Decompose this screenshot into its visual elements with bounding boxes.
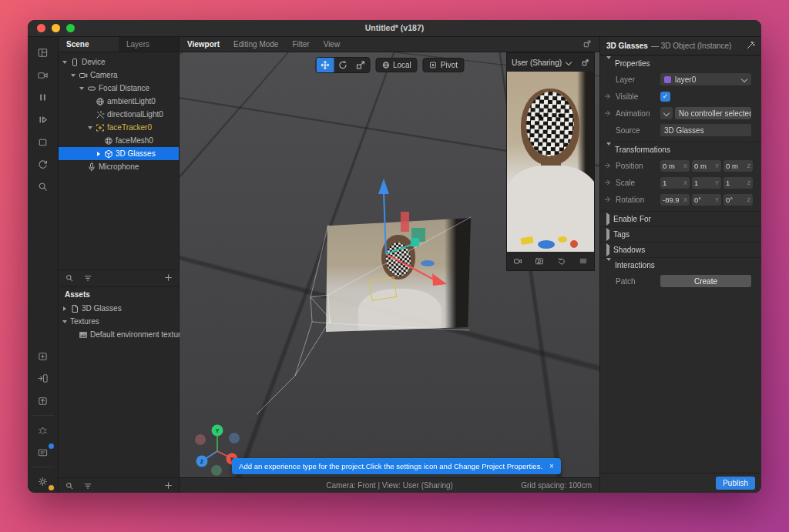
- asset-item-default-environment-texture[interactable]: Default environment texture: [59, 328, 179, 341]
- tab-editing-mode[interactable]: Editing Mode: [233, 40, 278, 49]
- animation-dropdown[interactable]: [660, 107, 673, 119]
- create-patch-button[interactable]: Create: [660, 275, 751, 287]
- video-source-icon[interactable]: [513, 256, 522, 266]
- scene-item-camera[interactable]: Camera: [59, 69, 179, 82]
- tooltip-close-button[interactable]: ×: [549, 462, 554, 470]
- caret-down-icon[interactable]: [86, 126, 94, 129]
- rotate-view-icon[interactable]: [557, 256, 566, 266]
- camera-preview-video[interactable]: [507, 72, 594, 252]
- patch-connector-icon[interactable]: [604, 162, 612, 169]
- focal-distance-icon: [86, 84, 97, 93]
- section-properties[interactable]: Properties: [600, 55, 761, 71]
- add-plus-icon[interactable]: [164, 273, 173, 282]
- filter-icon[interactable]: [83, 481, 92, 490]
- scene-item-microphone[interactable]: Microphone: [59, 160, 179, 173]
- tab-filter[interactable]: Filter: [292, 40, 309, 49]
- pivot-button[interactable]: Pivot: [423, 58, 464, 72]
- zoom-search-icon[interactable]: [29, 176, 57, 198]
- patch-connector-icon[interactable]: [604, 92, 612, 100]
- viewport-tab-bar: Viewport Editing Mode Filter View: [180, 37, 599, 52]
- rotate-tool-button[interactable]: [334, 58, 351, 72]
- debug-bug-icon[interactable]: [29, 419, 57, 441]
- add-asset-icon[interactable]: [29, 345, 57, 367]
- section-shadows[interactable]: Shadows: [600, 242, 761, 257]
- scene-item-facemesh0[interactable]: faceMesh0: [59, 134, 179, 147]
- flip-camera-icon[interactable]: [535, 256, 544, 266]
- visible-checkbox[interactable]: [660, 92, 670, 102]
- rotation-y-field[interactable]: 0°Y: [692, 194, 721, 206]
- position-z-field[interactable]: 0 mZ: [724, 160, 753, 172]
- move-tool-button[interactable]: [316, 58, 334, 72]
- preview-menu-icon[interactable]: [579, 256, 588, 266]
- chevron-down-icon[interactable]: [566, 59, 572, 65]
- tree-item-label: Textures: [70, 317, 99, 326]
- stop-icon[interactable]: [29, 131, 57, 153]
- popout-viewport-icon[interactable]: [583, 39, 592, 49]
- scene-item-focal-distance[interactable]: Focal Distance: [59, 82, 179, 95]
- rotation-x-field[interactable]: -89.9X: [660, 194, 690, 206]
- local-label: Local: [393, 61, 411, 69]
- search-icon[interactable]: [65, 481, 74, 490]
- ambient-light-icon: [94, 97, 106, 106]
- animation-value-field[interactable]: No controller selected: [675, 107, 751, 119]
- tab-scene[interactable]: Scene: [59, 37, 119, 52]
- send-to-device-icon[interactable]: [29, 367, 57, 390]
- export-icon[interactable]: [29, 390, 57, 412]
- scale-z-field[interactable]: 1Z: [724, 177, 753, 189]
- caret-right-icon[interactable]: [95, 152, 102, 156]
- scene-item-device[interactable]: Device: [59, 55, 179, 69]
- device-icon: [69, 58, 80, 67]
- caret-right-icon[interactable]: [61, 306, 69, 311]
- patch-connector-icon[interactable]: [604, 109, 612, 117]
- scene-item-directionallight0[interactable]: directionalLight0: [59, 108, 179, 121]
- video-camera-icon[interactable]: [29, 64, 57, 86]
- section-enable-for[interactable]: Enable For: [600, 211, 761, 226]
- position-label: Position: [616, 162, 660, 170]
- viewport-canvas[interactable]: Y Z X: [180, 52, 599, 477]
- caret-down-icon: [606, 261, 611, 269]
- scale-y-field[interactable]: 1Y: [692, 177, 721, 189]
- asset-item-3d-glasses[interactable]: 3D Glasses: [59, 302, 179, 315]
- camera-texture-plane[interactable]: [326, 218, 471, 332]
- section-tags[interactable]: Tags: [600, 226, 761, 242]
- source-field[interactable]: 3D Glasses: [660, 124, 751, 136]
- section-interactions[interactable]: Interactions: [600, 257, 761, 273]
- patch-connector-icon[interactable]: [604, 179, 612, 186]
- asset-item-textures[interactable]: Textures: [59, 315, 179, 328]
- section-transformations[interactable]: Transformations: [600, 142, 761, 157]
- tab-viewport[interactable]: Viewport: [187, 40, 220, 49]
- scene-item-3d-glasses[interactable]: 3D Glasses: [59, 147, 179, 160]
- local-space-button[interactable]: Local: [375, 58, 418, 72]
- scene-item-facetracker0[interactable]: faceTracker0: [59, 121, 179, 134]
- position-x-field[interactable]: 0 mX: [660, 160, 690, 172]
- tab-view[interactable]: View: [324, 40, 341, 49]
- tree-item-label: directionalLight0: [107, 110, 163, 119]
- layout-panels-icon[interactable]: [29, 42, 57, 64]
- step-forward-icon[interactable]: [29, 109, 57, 131]
- layer-dropdown[interactable]: layer0: [660, 73, 751, 85]
- patch-connector-icon[interactable]: [604, 196, 612, 203]
- magic-wand-icon[interactable]: [745, 41, 755, 51]
- publish-button[interactable]: Publish: [716, 477, 755, 490]
- scene-item-ambientlight0[interactable]: ambientLight0: [59, 95, 179, 108]
- pause-icon[interactable]: [29, 86, 57, 109]
- capture-card-icon[interactable]: [29, 441, 57, 463]
- scale-tool-button[interactable]: [351, 58, 369, 72]
- rotation-z-field[interactable]: 0°Z: [724, 194, 753, 206]
- position-y-field[interactable]: 0 mY: [692, 160, 721, 172]
- caret-down-icon[interactable]: [61, 320, 69, 323]
- notification-dot: [49, 443, 54, 449]
- tree-item-label: faceTracker0: [107, 123, 152, 132]
- scale-x-field[interactable]: 1X: [660, 177, 690, 189]
- caret-down-icon[interactable]: [78, 87, 86, 90]
- caret-down-icon[interactable]: [69, 74, 77, 77]
- popout-preview-icon[interactable]: [581, 59, 589, 67]
- tab-layers[interactable]: Layers: [119, 37, 179, 52]
- notification-dot: [49, 485, 54, 490]
- caret-down-icon[interactable]: [61, 61, 69, 64]
- search-icon[interactable]: [65, 273, 74, 283]
- settings-gear-icon[interactable]: [29, 470, 57, 493]
- filter-icon[interactable]: [83, 273, 92, 283]
- restart-icon[interactable]: [29, 153, 57, 176]
- add-plus-icon[interactable]: [164, 481, 173, 490]
